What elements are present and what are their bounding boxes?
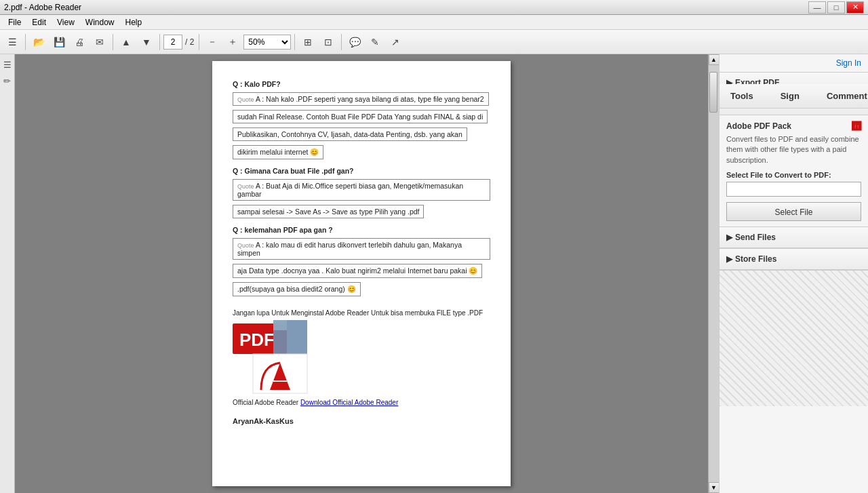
scroll-down-btn[interactable]: ▼ <box>709 482 719 493</box>
page-navigation: 2 / 2 <box>163 35 195 50</box>
adobe-pack-title-row: Adobe PDF Pack 🅰 <box>726 121 861 132</box>
send-arrow-icon: ▶ <box>726 233 732 242</box>
separator-2 <box>113 34 113 50</box>
a3-line1-text: A : kalo mau di edit harus dikonvert ter… <box>237 241 462 257</box>
maximize-button[interactable]: □ <box>827 1 845 14</box>
sign-btn[interactable]: Sign <box>778 90 802 102</box>
a3-line2-text: aja Data type .docnya yaa . Kalo buat ng… <box>237 267 467 275</box>
svg-text:PDF: PDF <box>239 330 275 350</box>
signin-link[interactable]: Sign In <box>836 58 861 68</box>
zoom-out-btn[interactable]: － <box>203 33 222 52</box>
a1-line1-box: Quote A : Nah kalo .PDF seperti yang say… <box>233 92 489 106</box>
prev-page-btn[interactable]: ▲ <box>117 33 136 52</box>
a3-line1-box: Quote A : kalo mau di edit harus dikonve… <box>233 238 490 260</box>
store-files-label: Store Files <box>735 254 776 264</box>
download-link[interactable]: Download Official Adobe Reader <box>300 399 398 406</box>
zoom-in-btn[interactable]: ＋ <box>223 33 242 52</box>
scroll-track[interactable] <box>709 65 719 482</box>
title-bar: 2.pdf - Adobe Reader — □ ✕ <box>0 0 868 15</box>
a1-line4-box: dikirim melalui internet 😊 <box>233 145 323 159</box>
q3-text: Q : kelemahan PDF apa gan ? <box>233 226 490 234</box>
send-files-section: ▶ Send Files <box>719 227 868 249</box>
store-files-section: ▶ Store Files <box>719 249 868 271</box>
scroll-up-btn[interactable]: ▲ <box>709 54 719 65</box>
scroll-thumb[interactable] <box>709 72 717 113</box>
minimize-button[interactable]: — <box>808 1 826 14</box>
pdf-label-a2: Quote <box>237 183 254 190</box>
tools-btn[interactable]: Tools <box>728 90 756 102</box>
page-number-input[interactable]: 2 <box>163 35 182 50</box>
official-label: Official Adobe Reader Download Official … <box>233 399 398 406</box>
select-file-button[interactable]: Select File <box>726 202 861 221</box>
next-page-btn[interactable]: ▼ <box>137 33 156 52</box>
a2-line2-box: sampai selesai -> Save As -> Save as typ… <box>233 205 424 218</box>
menu-help[interactable]: Help <box>120 16 148 28</box>
a3-line3-box: .pdf(supaya ga bisa diedit2 orang) 😊 <box>233 282 361 296</box>
pdf-image-section: Jangan lupa Untuk Menginstal Adobe Reade… <box>233 305 490 425</box>
select-file-input[interactable] <box>726 182 861 197</box>
zoom-select[interactable]: 25% 50% 75% 100% 125% 150% <box>243 35 291 50</box>
pdf-label-a3: Quote <box>237 242 254 249</box>
menu-view[interactable]: View <box>52 16 80 28</box>
left-icon-panel: ☰ ✏ <box>0 54 15 493</box>
menu-bar: File Edit View Window Help <box>0 15 868 30</box>
cursor-btn[interactable]: ↗ <box>386 33 405 52</box>
main-container: Tools Sign Comment ☰ ✏ Q : Kalo PDF? Quo… <box>0 54 868 493</box>
emoji-1: 😊 <box>310 148 319 156</box>
toolbar-menu-btn[interactable]: ☰ <box>3 33 22 52</box>
svg-marker-3 <box>273 320 287 330</box>
separator-3 <box>159 34 160 50</box>
menu-window[interactable]: Window <box>80 16 120 28</box>
markup-btn[interactable]: ✎ <box>366 33 384 52</box>
emoji-3: 😊 <box>347 285 356 293</box>
save-btn[interactable]: 💾 <box>50 33 68 52</box>
pdf-label-a1: Quote <box>237 96 254 103</box>
a3-line2-box: aja Data type .docnya yaa . Kalo buat ng… <box>233 264 482 278</box>
menu-file[interactable]: File <box>3 16 26 28</box>
send-files-label: Send Files <box>735 233 776 242</box>
window-controls: — □ ✕ <box>808 1 864 14</box>
separator-5 <box>294 34 295 50</box>
send-files-header[interactable]: ▶ Send Files <box>719 227 868 248</box>
open-btn[interactable]: 📂 <box>29 33 48 52</box>
q1-text: Q : Kalo PDF? <box>233 80 490 88</box>
nav-pages-icon[interactable]: ☰ <box>1 58 14 71</box>
a2-line1-text: A : Buat Aja di Mic.Office seperti biasa… <box>237 182 463 198</box>
comment-btn[interactable]: 💬 <box>345 33 364 52</box>
menu-edit[interactable]: Edit <box>26 16 52 28</box>
window-title: 2.pdf - Adobe Reader <box>4 3 81 12</box>
pdf-viewer: Q : Kalo PDF? Quote A : Nah kalo .PDF se… <box>15 54 708 493</box>
store-files-header[interactable]: ▶ Store Files <box>719 249 868 270</box>
comment-panel-btn[interactable]: Comment <box>824 90 868 102</box>
toolbar: ☰ 📂 💾 🖨 ✉ ▲ ▼ 2 / 2 － ＋ 25% 50% 75% 100%… <box>0 30 868 54</box>
adobe-pack-title-text: Adobe PDF Pack <box>726 121 791 131</box>
right-panel-hatched <box>719 271 868 406</box>
adobe-logo-svg: PDF Adobe <box>233 317 328 395</box>
select-file-label: Select File to Convert to PDF: <box>726 171 861 179</box>
a1-line2-box: sudah Final Release. Contoh Buat File PD… <box>233 110 488 123</box>
right-panel: Sign In ▶ Export PDF ▼ Create PDF Adobe … <box>719 54 868 493</box>
create-pdf-section: ▼ Create PDF Adobe PDF Pack 🅰 Convert fi… <box>719 94 868 227</box>
a2-line2-text: sampai selesai -> Save As -> Save as typ… <box>237 208 419 216</box>
nav-bookmarks-icon[interactable]: ✏ <box>1 75 14 87</box>
q2-text: Q : Gimana Cara buat File .pdf gan? <box>233 167 490 175</box>
author-text: AryanAk-KasKus <box>233 417 294 425</box>
separator-6 <box>341 34 342 50</box>
create-pdf-body: Adobe PDF Pack 🅰 Convert files to PDF an… <box>719 115 868 226</box>
a1-line3-box: Publikasikan, Contohnya CV, Ijasah, data… <box>233 127 467 141</box>
a1-line3-text: Publikasikan, Contohnya CV, Ijasah, data… <box>237 130 462 138</box>
email-btn[interactable]: ✉ <box>90 33 109 52</box>
official-label-text: Official Adobe Reader <box>233 399 298 406</box>
close-button[interactable]: ✕ <box>846 1 864 14</box>
separator-1 <box>25 34 26 50</box>
adobe-pack-icon: 🅰 <box>852 121 861 132</box>
fit-width-btn[interactable]: ⊡ <box>319 33 338 52</box>
vertical-scrollbar[interactable]: ▲ ▼ <box>708 54 719 493</box>
a1-line1-text: A : Nah kalo .PDF seperti yang saya bila… <box>256 95 484 103</box>
a1-line4-text: dikirim melalui internet <box>237 148 308 156</box>
print-btn[interactable]: 🖨 <box>70 33 89 52</box>
separator-4 <box>199 34 199 50</box>
emoji-2: 😊 <box>469 267 477 275</box>
fit-page-btn[interactable]: ⊞ <box>298 33 317 52</box>
svg-text:Adobe: Adobe <box>257 393 284 395</box>
